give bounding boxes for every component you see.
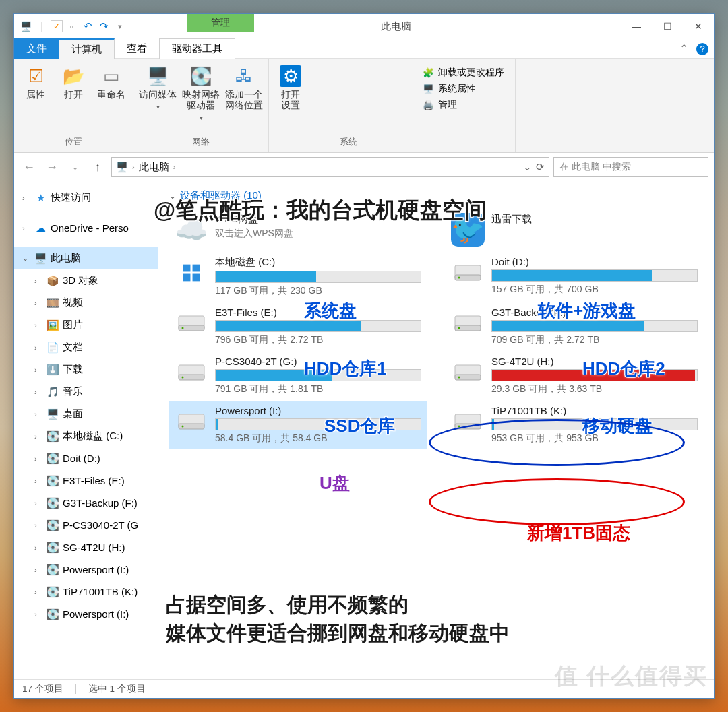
breadcrumb-separator[interactable]: › bbox=[132, 163, 135, 171]
address-bar[interactable]: 🖥️ › 此电脑 › ⌄ ⟳ bbox=[111, 157, 549, 177]
sidebar-item[interactable]: ›🎵音乐 bbox=[14, 381, 158, 403]
breadcrumb-path[interactable]: 此电脑 bbox=[139, 161, 169, 174]
navigation-pane[interactable]: ›★快速访问 ›☁OneDrive - Perso ⌄🖥️此电脑 ›📦3D 对象… bbox=[14, 181, 158, 679]
open-settings-button[interactable]: ⚙打开 设置 bbox=[274, 63, 307, 133]
chevron-down-icon[interactable]: ⌄ bbox=[169, 191, 176, 201]
drive-item[interactable]: Doit (D:)157 GB 可用，共 700 GB bbox=[446, 252, 703, 301]
sidebar-item[interactable]: ›💽SG-4T2U (H:) bbox=[14, 536, 158, 558]
manage-button[interactable]: 🖨️管理 bbox=[423, 99, 504, 111]
breadcrumb-separator[interactable]: › bbox=[173, 163, 176, 171]
drive-item[interactable]: P-CS3040-2T (G:)791 GB 可用，共 1.81 TB bbox=[169, 352, 427, 399]
drive-item[interactable]: SG-4T2U (H:)29.3 GB 可用，共 3.63 TB bbox=[446, 352, 703, 399]
recent-dropdown[interactable]: ⌄ bbox=[65, 158, 84, 176]
up-button[interactable]: ↑ bbox=[88, 158, 107, 176]
chevron-right-icon[interactable]: › bbox=[34, 388, 42, 396]
app-shortcut[interactable]: ☁️WPS网盘双击进入WPS网盘 bbox=[169, 209, 427, 251]
qat-dropdown-icon[interactable]: ▾ bbox=[113, 19, 127, 34]
sidebar-item-label: 3D 对象 bbox=[63, 274, 98, 287]
drive-item[interactable]: Powersport (I:)58.4 GB 可用，共 58.4 GB bbox=[169, 401, 427, 449]
sidebar-item[interactable]: ›🖥️桌面 bbox=[14, 403, 158, 425]
sidebar-item[interactable]: ›📦3D 对象 bbox=[14, 269, 158, 292]
collapse-ribbon-icon[interactable]: ⌃ bbox=[679, 42, 688, 55]
system-properties-button[interactable]: 🖥️系统属性 bbox=[423, 83, 504, 95]
content-pane[interactable]: ⌄ 设备和驱动器 (10) ☁️WPS网盘双击进入WPS网盘🐦迅雷下载本地磁盘 … bbox=[158, 181, 714, 679]
access-media-button[interactable]: 🖥️访问媒体▾ bbox=[139, 63, 177, 133]
chevron-right-icon[interactable]: › bbox=[34, 410, 42, 418]
drive-item[interactable]: G3T-Backup (F:)709 GB 可用，共 2.72 TB bbox=[446, 302, 703, 350]
tab-computer[interactable]: 计算机 bbox=[59, 38, 115, 59]
sidebar-item[interactable]: ›📄文档 bbox=[14, 336, 158, 358]
chevron-right-icon[interactable]: › bbox=[34, 299, 42, 307]
tab-view[interactable]: 查看 bbox=[115, 38, 159, 59]
drive-item[interactable]: TiP71001TB (K:)953 GB 可用，共 953 GB bbox=[446, 401, 703, 449]
redo-icon[interactable]: ↷ bbox=[96, 19, 111, 34]
item-icon: 📄 bbox=[46, 342, 59, 354]
sidebar-item[interactable]: ›⬇️下载 bbox=[14, 358, 158, 381]
minimize-button[interactable]: — bbox=[621, 14, 652, 38]
chevron-right-icon[interactable]: › bbox=[22, 194, 30, 202]
chevron-right-icon[interactable]: › bbox=[34, 610, 42, 618]
chevron-down-icon[interactable]: ⌄ bbox=[22, 254, 30, 263]
new-folder-icon[interactable]: ▫ bbox=[64, 19, 79, 34]
uninstall-programs-button[interactable]: 🧩卸载或更改程序 bbox=[423, 67, 504, 79]
drive-stat: 796 GB 可用，共 2.72 TB bbox=[215, 334, 421, 346]
sidebar-quick-access[interactable]: ›★快速访问 bbox=[14, 187, 158, 209]
app-shortcut[interactable]: 🐦迅雷下载 bbox=[446, 209, 703, 251]
add-network-location-button[interactable]: 🖧添加一个 网络位置 bbox=[225, 63, 263, 133]
chevron-right-icon[interactable]: › bbox=[34, 499, 42, 507]
tab-drive-tools[interactable]: 驱动器工具 bbox=[159, 38, 235, 59]
back-button[interactable]: ← bbox=[20, 158, 38, 176]
rename-button[interactable]: ▭重命名 bbox=[95, 63, 127, 133]
close-button[interactable]: ✕ bbox=[683, 14, 714, 38]
sidebar-item[interactable]: ›💽P-CS3040-2T (G bbox=[14, 514, 158, 536]
drive-item[interactable]: E3T-Files (E:)796 GB 可用，共 2.72 TB bbox=[169, 302, 427, 350]
sidebar-item[interactable]: ›💽TiP71001TB (K:) bbox=[14, 581, 158, 603]
media-icon: 🖥️ bbox=[147, 65, 169, 87]
sidebar-item[interactable]: ›🖼️图片 bbox=[14, 314, 158, 336]
undo-icon[interactable]: ↶ bbox=[80, 19, 95, 34]
chevron-right-icon[interactable]: › bbox=[34, 477, 42, 485]
svg-rect-3 bbox=[193, 274, 200, 282]
sidebar-item[interactable]: ›💽Powersport (I:) bbox=[14, 603, 158, 625]
chevron-right-icon[interactable]: › bbox=[34, 566, 42, 574]
chevron-right-icon[interactable]: › bbox=[34, 277, 42, 285]
drive-name: TiP71001TB (K:) bbox=[491, 405, 698, 416]
quick-access-toolbar: 🖥️ | ✓ ▫ ↶ ↷ ▾ bbox=[14, 19, 131, 34]
drive-stat: 791 GB 可用，共 1.81 TB bbox=[215, 383, 421, 395]
drive-item[interactable]: 本地磁盘 (C:)117 GB 可用，共 230 GB bbox=[169, 252, 427, 301]
chevron-right-icon[interactable]: › bbox=[34, 544, 42, 552]
sidebar-item[interactable]: ›💽Powersport (I:) bbox=[14, 558, 158, 581]
chevron-right-icon[interactable]: › bbox=[34, 521, 42, 529]
chevron-right-icon[interactable]: › bbox=[34, 588, 42, 596]
maximize-button[interactable]: ☐ bbox=[652, 14, 683, 38]
sidebar-onedrive[interactable]: ›☁OneDrive - Perso bbox=[14, 217, 158, 239]
chevron-right-icon[interactable]: › bbox=[34, 366, 42, 374]
properties-icon[interactable]: ✓ bbox=[51, 20, 63, 32]
sidebar-item[interactable]: ›💽Doit (D:) bbox=[14, 447, 158, 470]
chevron-right-icon[interactable]: › bbox=[22, 224, 30, 232]
chevron-right-icon[interactable]: › bbox=[34, 344, 42, 352]
refresh-icon[interactable]: ⟳ bbox=[536, 162, 545, 172]
section-header-devices[interactable]: ⌄ 设备和驱动器 (10) bbox=[169, 181, 703, 209]
open-button[interactable]: 📂打开 bbox=[57, 63, 90, 133]
map-drive-button[interactable]: 💽映射网络 驱动器▾ bbox=[182, 63, 220, 133]
sidebar-item[interactable]: ›💽E3T-Files (E:) bbox=[14, 470, 158, 492]
chevron-right-icon[interactable]: › bbox=[34, 432, 42, 441]
title-bar: 🖥️ | ✓ ▫ ↶ ↷ ▾ 管理 此电脑 — ☐ ✕ bbox=[14, 14, 714, 38]
search-input[interactable]: 在 此电脑 中搜索 bbox=[553, 157, 708, 177]
chevron-right-icon[interactable]: › bbox=[34, 321, 42, 329]
sidebar-item[interactable]: ›🎞️视频 bbox=[14, 292, 158, 314]
properties-button[interactable]: ☑属性 bbox=[20, 63, 52, 133]
manage-context-tab[interactable]: 管理 bbox=[187, 14, 254, 32]
sidebar-item[interactable]: ›💽本地磁盘 (C:) bbox=[14, 425, 158, 447]
separator: | bbox=[34, 19, 49, 34]
sidebar-item-label: 图片 bbox=[63, 319, 83, 331]
sidebar-item[interactable]: ›💽G3T-Backup (F:) bbox=[14, 492, 158, 514]
sidebar-this-pc[interactable]: ⌄🖥️此电脑 bbox=[14, 247, 158, 269]
history-dropdown-icon[interactable]: ⌄ bbox=[523, 162, 532, 172]
star-icon: ★ bbox=[34, 192, 47, 204]
chevron-right-icon[interactable]: › bbox=[34, 455, 42, 463]
forward-button[interactable]: → bbox=[42, 158, 61, 176]
tab-file[interactable]: 文件 bbox=[14, 38, 59, 59]
help-icon[interactable]: ? bbox=[696, 43, 708, 55]
